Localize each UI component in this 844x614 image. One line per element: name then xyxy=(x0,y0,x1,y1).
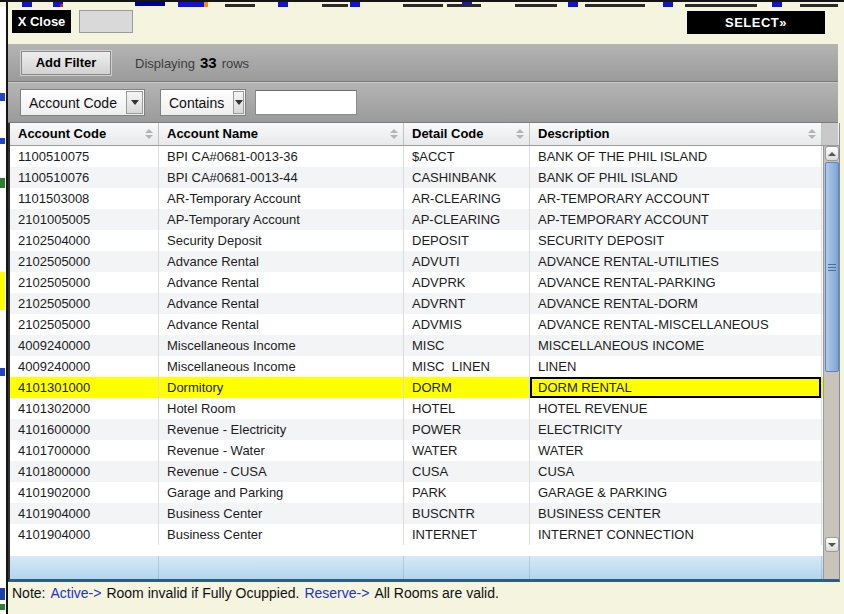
table-cell[interactable]: AR-CLEARING xyxy=(404,188,530,209)
table-cell[interactable]: 1100510075 xyxy=(10,146,159,167)
table-cell[interactable]: 4101700000 xyxy=(10,440,159,461)
table-cell[interactable]: ADVANCE RENTAL-DORM xyxy=(530,293,822,314)
table-cell[interactable]: SECURITY DEPOSIT xyxy=(530,230,822,251)
table-cell[interactable]: 1101503008 xyxy=(10,188,159,209)
table-cell[interactable]: DEPOSIT xyxy=(404,230,530,251)
table-row[interactable]: 4101904000Business CenterINTERNETINTERNE… xyxy=(10,524,823,545)
table-cell[interactable]: 4101301000 xyxy=(10,377,159,398)
table-cell[interactable]: PARK xyxy=(404,482,530,503)
table-cell[interactable]: Miscellaneous Income xyxy=(159,356,404,377)
table-cell[interactable]: ADVANCE RENTAL-MISCELLANEOUS xyxy=(530,314,822,335)
table-row[interactable]: 1101503008AR-Temporary AccountAR-CLEARIN… xyxy=(10,188,823,209)
table-cell[interactable]: BUSCNTR xyxy=(404,503,530,524)
scroll-down-button[interactable] xyxy=(825,537,839,552)
table-cell[interactable]: Business Center xyxy=(159,503,404,524)
table-cell[interactable]: ADVUTI xyxy=(404,251,530,272)
reserve-link[interactable]: Reserve-> xyxy=(304,585,369,601)
table-cell[interactable]: ADVANCE RENTAL-PARKING xyxy=(530,272,822,293)
table-cell[interactable]: Hotel Room xyxy=(159,398,404,419)
table-cell[interactable]: 2102505000 xyxy=(10,293,159,314)
table-cell[interactable]: ADVMIS xyxy=(404,314,530,335)
table-cell[interactable]: HOTEL xyxy=(404,398,530,419)
table-cell[interactable]: LINEN xyxy=(530,356,822,377)
table-cell[interactable]: BUSINESS CENTER xyxy=(530,503,822,524)
table-cell[interactable]: WATER xyxy=(530,440,822,461)
table-row[interactable]: 4101600000Revenue - ElectricityPOWERELEC… xyxy=(10,419,823,440)
table-row[interactable]: 4009240000Miscellaneous IncomeMISC LINEN… xyxy=(10,356,823,377)
table-cell[interactable]: Dormitory xyxy=(159,377,404,398)
table-cell[interactable]: INTERNET xyxy=(404,524,530,545)
table-cell[interactable]: Revenue - CUSA xyxy=(159,461,404,482)
column-header-detail-code[interactable]: Detail Code xyxy=(404,123,530,145)
table-cell[interactable]: AR-TEMPORARY ACCOUNT xyxy=(530,188,822,209)
table-row[interactable]: 2102505000Advance RentalADVPRKADVANCE RE… xyxy=(10,272,823,293)
table-cell[interactable]: Garage and Parking xyxy=(159,482,404,503)
table-cell[interactable]: Business Center xyxy=(159,524,404,545)
table-row[interactable]: 2102505000Advance RentalADVMISADVANCE RE… xyxy=(10,314,823,335)
table-cell[interactable]: 4101904000 xyxy=(10,524,159,545)
scroll-up-button[interactable] xyxy=(825,146,839,161)
table-cell[interactable]: BPI CA#0681-0013-36 xyxy=(159,146,404,167)
table-row[interactable]: 2102504000Security DepositDEPOSITSECURIT… xyxy=(10,230,823,251)
table-cell[interactable]: 4101800000 xyxy=(10,461,159,482)
table-row[interactable]: 1100510076BPI CA#0681-0013-44CASHINBANKB… xyxy=(10,167,823,188)
add-filter-button[interactable]: Add Filter xyxy=(21,51,111,75)
table-cell[interactable]: 2102504000 xyxy=(10,230,159,251)
table-cell[interactable]: BPI CA#0681-0013-44 xyxy=(159,167,404,188)
filter-value-input[interactable] xyxy=(255,90,357,115)
scrollbar-thumb[interactable] xyxy=(825,162,839,372)
table-cell[interactable]: 4101902000 xyxy=(10,482,159,503)
close-button[interactable]: X Close xyxy=(12,10,71,33)
column-header-account-code[interactable]: Account Code xyxy=(10,123,159,145)
table-cell[interactable]: POWER xyxy=(404,419,530,440)
table-cell[interactable]: 2101005005 xyxy=(10,209,159,230)
table-row[interactable]: 4009240000Miscellaneous IncomeMISCMISCEL… xyxy=(10,335,823,356)
table-row[interactable]: 4101700000Revenue - WaterWATERWATER xyxy=(10,440,823,461)
table-cell[interactable]: Miscellaneous Income xyxy=(159,335,404,356)
table-cell[interactable]: 4101904000 xyxy=(10,503,159,524)
table-cell[interactable]: INTERNET CONNECTION xyxy=(530,524,822,545)
vertical-scrollbar[interactable] xyxy=(823,146,839,579)
table-cell[interactable]: ELECTRICITY xyxy=(530,419,822,440)
table-cell[interactable]: AR-Temporary Account xyxy=(159,188,404,209)
table-cell[interactable]: ADVPRK xyxy=(404,272,530,293)
table-cell[interactable]: Revenue - Water xyxy=(159,440,404,461)
table-cell[interactable]: GARAGE & PARKING xyxy=(530,482,822,503)
chevron-down-icon[interactable] xyxy=(233,91,244,114)
table-row[interactable]: 4101800000Revenue - CUSACUSACUSA xyxy=(10,461,823,482)
column-header-description[interactable]: Description xyxy=(530,123,822,145)
table-cell[interactable]: BANK OF PHIL ISLAND xyxy=(530,167,822,188)
table-row[interactable]: 4101902000Garage and ParkingPARKGARAGE &… xyxy=(10,482,823,503)
table-cell[interactable]: CASHINBANK xyxy=(404,167,530,188)
table-row[interactable]: 2102505000Advance RentalADVRNTADVANCE RE… xyxy=(10,293,823,314)
table-cell[interactable]: 4009240000 xyxy=(10,356,159,377)
filter-operator-dropdown[interactable]: Contains xyxy=(160,89,246,116)
select-button[interactable]: SELECT» xyxy=(687,11,825,34)
table-cell[interactable]: 4009240000 xyxy=(10,335,159,356)
table-cell[interactable]: Security Deposit xyxy=(159,230,404,251)
table-cell[interactable]: MISCELLANEOUS INCOME xyxy=(530,335,822,356)
table-cell[interactable]: AP-CLEARING xyxy=(404,209,530,230)
table-cell[interactable]: AP-TEMPORARY ACCOUNT xyxy=(530,209,822,230)
table-cell[interactable]: 2102505000 xyxy=(10,314,159,335)
table-cell[interactable]: MISC xyxy=(404,335,530,356)
table-cell[interactable]: 2102505000 xyxy=(10,251,159,272)
table-row[interactable]: 1100510075BPI CA#0681-0013-36$ACCTBANK O… xyxy=(10,146,823,167)
table-cell[interactable]: Advance Rental xyxy=(159,251,404,272)
table-cell[interactable]: ADVRNT xyxy=(404,293,530,314)
table-cell[interactable]: 4101600000 xyxy=(10,419,159,440)
table-cell[interactable]: 2102505000 xyxy=(10,272,159,293)
chevron-down-icon[interactable] xyxy=(126,91,143,114)
table-cell[interactable]: Advance Rental xyxy=(159,314,404,335)
table-cell[interactable]: DORM xyxy=(404,377,530,398)
table-cell[interactable]: MISC LINEN xyxy=(404,356,530,377)
table-cell[interactable]: DORM RENTAL xyxy=(530,377,822,398)
table-cell[interactable]: Revenue - Electricity xyxy=(159,419,404,440)
table-row[interactable]: 2101005005AP-Temporary AccountAP-CLEARIN… xyxy=(10,209,823,230)
table-cell[interactable]: Advance Rental xyxy=(159,272,404,293)
table-cell[interactable]: $ACCT xyxy=(404,146,530,167)
table-cell[interactable]: WATER xyxy=(404,440,530,461)
table-row[interactable]: 2102505000Advance RentalADVUTIADVANCE RE… xyxy=(10,251,823,272)
active-link[interactable]: Active-> xyxy=(50,585,101,601)
table-row[interactable]: 4101301000DormitoryDORMDORM RENTAL xyxy=(10,377,823,398)
